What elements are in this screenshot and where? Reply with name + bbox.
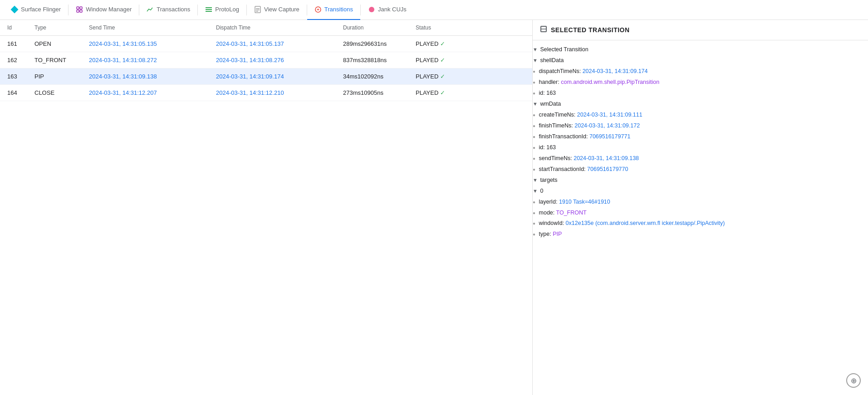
col-header-type: Type xyxy=(27,20,82,36)
tab-proto-log[interactable]: ProtoLog xyxy=(198,0,246,20)
tab-transactions-label: Transactions xyxy=(157,6,190,13)
cell-dispatch-time: 2024-03-31, 14:31:05.137 xyxy=(209,36,336,52)
tree-create-time-ns: ● createTimeNs: 2024-03-31, 14:31:09.111 xyxy=(533,109,868,120)
selected-transition-panel: SELECTED TRANSITION ▼ Selected Transitio… xyxy=(532,20,868,395)
status-label: PLAYED xyxy=(416,89,438,96)
svg-rect-1 xyxy=(80,7,82,9)
status-label: PLAYED xyxy=(416,40,438,47)
tree-wm-id: ● id: 163 xyxy=(533,142,868,153)
check-icon: ✓ xyxy=(440,57,445,63)
cell-send-time: 2024-03-31, 14:31:12.207 xyxy=(82,85,209,101)
cell-dispatch-time: 2024-03-31, 14:31:08.276 xyxy=(209,52,336,68)
svg-rect-0 xyxy=(77,7,79,9)
col-header-id: Id xyxy=(0,20,27,36)
cell-duration: 273ms10905ns xyxy=(336,85,408,101)
cell-send-time: 2024-03-31, 14:31:05.135 xyxy=(82,36,209,52)
col-header-duration: Duration xyxy=(336,20,408,36)
table-row[interactable]: 163 PIP 2024-03-31, 14:31:09.138 2024-03… xyxy=(0,68,532,85)
cell-id: 161 xyxy=(0,36,27,52)
svg-rect-2 xyxy=(77,10,79,12)
cell-send-time: 2024-03-31, 14:31:09.138 xyxy=(82,68,209,85)
col-header-dispatch-time: Dispatch Time xyxy=(209,20,336,36)
cell-dispatch-time: 2024-03-31, 14:31:12.210 xyxy=(209,85,336,101)
cell-id: 164 xyxy=(0,85,27,101)
cell-duration: 34ms102092ns xyxy=(336,68,408,85)
tab-view-capture[interactable]: View Capture xyxy=(247,0,307,20)
doc-icon xyxy=(254,6,261,13)
tree-finish-time-ns: ● finishTimeNs: 2024-03-31, 14:31:09.172 xyxy=(533,120,868,131)
status-label: PLAYED xyxy=(416,73,438,80)
tab-window-manager[interactable]: Window Manager xyxy=(69,0,139,20)
col-header-send-time: Send Time xyxy=(82,20,209,36)
cell-type: CLOSE xyxy=(27,85,82,101)
table-row[interactable]: 161 OPEN 2024-03-31, 14:31:05.135 2024-0… xyxy=(0,36,532,52)
svg-rect-7 xyxy=(256,11,258,12)
transitions-icon xyxy=(314,6,322,13)
cell-type: PIP xyxy=(27,68,82,85)
cell-duration: 289ms296631ns xyxy=(336,36,408,52)
tree-handler: ● handler: com.android.wm.shell.pip.PipT… xyxy=(533,77,868,88)
tree-finish-transaction-id: ● finishTransactionId: 7069516179771 xyxy=(533,131,868,142)
col-header-status: Status xyxy=(408,20,532,36)
table-row[interactable]: 162 TO_FRONT 2024-03-31, 14:31:08.272 20… xyxy=(0,52,532,68)
tree-selected-transition: ▼ Selected Transition xyxy=(533,44,868,55)
line-chart-icon xyxy=(147,6,154,13)
tree-type: ● type: PIP xyxy=(533,229,868,239)
cell-dispatch-time: 2024-03-31, 14:31:09.174 xyxy=(209,68,336,85)
cell-send-time: 2024-03-31, 14:31:08.272 xyxy=(82,52,209,68)
cell-status: PLAYED ✓ xyxy=(408,52,532,68)
tree-send-time-ns: ● sendTimeNs: 2024-03-31, 14:31:09.138 xyxy=(533,153,868,164)
main-layout: Id Type Send Time Dispatch Time Duration… xyxy=(0,20,868,395)
tab-window-manager-label: Window Manager xyxy=(86,6,132,13)
tree-targets: ▼ targets xyxy=(533,175,868,185)
tree-wm-data: ▼ wmData xyxy=(533,98,868,109)
top-navigation: Surface Flinger Window Manager Transacti… xyxy=(0,0,868,20)
status-label: PLAYED xyxy=(416,57,438,63)
tab-jank-cujs[interactable]: Jank CUJs xyxy=(361,0,414,20)
svg-rect-3 xyxy=(80,10,82,12)
equals-icon xyxy=(205,6,212,13)
tree-mode: ● mode: TO_FRONT xyxy=(533,207,868,218)
cell-status: PLAYED ✓ xyxy=(408,36,532,52)
tab-transitions-label: Transitions xyxy=(324,6,353,13)
cell-type: OPEN xyxy=(27,36,82,52)
cell-status: PLAYED ✓ xyxy=(408,85,532,101)
tab-jank-cujs-label: Jank CUJs xyxy=(378,6,407,13)
tree-start-transaction-id: ● startTransactionId: 7069516179770 xyxy=(533,164,868,175)
diamond-icon xyxy=(11,6,18,13)
cell-id: 163 xyxy=(0,68,27,85)
tree-shell-data: ▼ shellData xyxy=(533,55,868,66)
svg-rect-5 xyxy=(256,8,260,9)
panel-header-icon xyxy=(540,25,547,34)
cell-type: TO_FRONT xyxy=(27,52,82,68)
transitions-table: Id Type Send Time Dispatch Time Duration… xyxy=(0,20,532,101)
transitions-table-area: Id Type Send Time Dispatch Time Duration… xyxy=(0,20,532,395)
tab-view-capture-label: View Capture xyxy=(264,6,299,13)
check-icon: ✓ xyxy=(440,40,445,47)
tree-shell-id: ● id: 163 xyxy=(533,88,868,98)
tab-transactions[interactable]: Transactions xyxy=(139,0,197,20)
help-icon[interactable]: ⊕ xyxy=(846,373,861,388)
cell-duration: 837ms328818ns xyxy=(336,52,408,68)
tab-surface-flinger-label: Surface Flinger xyxy=(21,6,61,13)
tree-layer-id: ● layerId: 1910 Task=46#1910 xyxy=(533,196,868,207)
table-row[interactable]: 164 CLOSE 2024-03-31, 14:31:12.207 2024-… xyxy=(0,85,532,101)
tree-dispatch-time-ns: ● dispatchTimeNs: 2024-03-31, 14:31:09.1… xyxy=(533,66,868,77)
tab-surface-flinger[interactable]: Surface Flinger xyxy=(4,0,68,20)
tree-window-id: ● windowId: 0x12e135e (com.android.serve… xyxy=(533,218,841,229)
svg-rect-6 xyxy=(256,10,260,10)
transition-tree: ▼ Selected Transition ▼ shellData ● disp… xyxy=(533,40,868,243)
tree-targets-0: ▼ 0 xyxy=(533,185,868,196)
check-icon: ✓ xyxy=(440,89,445,96)
grid-icon xyxy=(76,6,83,13)
table-header-row: Id Type Send Time Dispatch Time Duration… xyxy=(0,20,532,36)
tab-transitions[interactable]: Transitions xyxy=(307,0,360,20)
tab-proto-log-label: ProtoLog xyxy=(215,6,239,13)
panel-title: SELECTED TRANSITION xyxy=(551,26,630,34)
cell-status: PLAYED ✓ xyxy=(408,68,532,85)
panel-header: SELECTED TRANSITION xyxy=(533,20,868,40)
check-icon: ✓ xyxy=(440,73,445,80)
pink-circle-icon xyxy=(368,6,375,13)
cell-id: 162 xyxy=(0,52,27,68)
